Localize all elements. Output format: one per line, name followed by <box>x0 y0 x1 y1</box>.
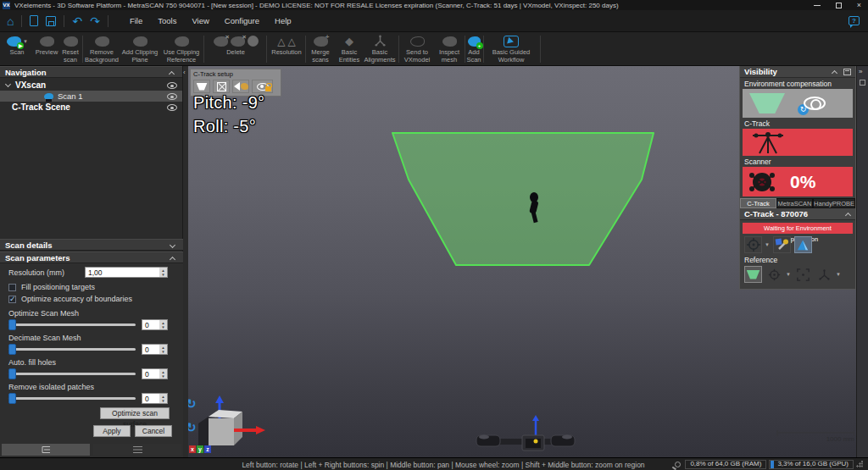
resolution-spinner[interactable]: ▲▼ <box>159 268 167 277</box>
expand-dock-icon[interactable]: » <box>859 68 862 75</box>
menu-tools[interactable]: Tools <box>152 14 182 28</box>
calibration-button[interactable] <box>773 236 791 253</box>
checkbox-checked-icon[interactable] <box>8 296 16 303</box>
menu-configure[interactable]: Configure <box>219 14 265 28</box>
close-icon[interactable]: × <box>857 3 861 8</box>
visibility-header[interactable]: Visibility <box>740 66 855 78</box>
optimize-scan-mesh-input[interactable]: 0▲▼ <box>142 319 168 330</box>
menu-view[interactable]: View <box>186 14 214 28</box>
collapse-scan-parameters-icon[interactable] <box>170 257 175 263</box>
show-volume-frame-button[interactable] <box>213 80 230 93</box>
resize-grip[interactable] <box>856 461 863 467</box>
maximize-icon[interactable] <box>836 3 842 8</box>
expand-scan-details-icon[interactable] <box>170 242 175 248</box>
remove-background-button[interactable]: Remove Background <box>85 34 119 64</box>
send-to-vxmodel-button[interactable]: Send to VXmodel <box>400 34 434 64</box>
optimize-scan-surface-button[interactable]: Optimize scan surface <box>100 407 170 419</box>
collapse-navigation-icon[interactable] <box>169 71 175 77</box>
increase-resolution-icon[interactable]: △ <box>277 36 285 47</box>
merge-scans-button[interactable]: + Merge scans <box>307 34 334 64</box>
feedback-bubble-icon[interactable]: ? <box>849 16 860 25</box>
basic-entities-button[interactable]: ◆ Basic Entities <box>336 34 363 64</box>
reference-frame-button[interactable] <box>794 266 812 283</box>
cancel-button[interactable]: Cancel <box>135 425 172 437</box>
add-clipping-plane-button[interactable]: Add Clipping Plane <box>120 34 159 64</box>
minimize-icon[interactable] <box>814 5 821 6</box>
undo-icon[interactable]: ↶ <box>72 15 82 27</box>
delete-sphere-icon[interactable] <box>248 36 259 47</box>
scan-details-header[interactable]: Scan details <box>0 239 183 251</box>
collapse-panel-chevron-icon[interactable]: ‹ <box>183 69 186 76</box>
scan-parameters-header[interactable]: Scan parameters <box>0 252 183 263</box>
ctrack-device-header[interactable]: C-Track - 870076 <box>740 208 855 220</box>
reference-axes-caret-icon[interactable]: ▼ <box>836 272 841 277</box>
auto-fill-holes-slider[interactable] <box>8 368 136 379</box>
optimize-scan-mesh-slider[interactable] <box>8 319 136 330</box>
float-panel-icon[interactable] <box>843 69 851 75</box>
environment-compensation-tile[interactable]: ↻ <box>743 89 853 118</box>
inspect-mesh-button[interactable]: Inspect mesh <box>436 34 463 64</box>
resolution-input[interactable]: 1,00 ▲▼ <box>85 267 168 278</box>
list-view-toggle[interactable] <box>93 444 181 456</box>
dock-window-icon[interactable] <box>860 80 865 86</box>
vxscan-visibility-eye-icon[interactable] <box>167 82 177 89</box>
tree-item-ctrack-scene[interactable]: C-Track Scene <box>0 102 182 113</box>
tab-metrascan[interactable]: MetraSCAN <box>776 198 813 208</box>
collapse-visibility-icon[interactable] <box>832 70 837 76</box>
environment-visibility-eye-icon[interactable] <box>804 97 826 110</box>
remove-isolated-patches-slider[interactable] <box>8 393 136 404</box>
detect-targets-caret-icon[interactable]: ▼ <box>765 242 770 247</box>
reference-origin-caret-icon[interactable]: ▼ <box>786 272 791 277</box>
scan1-visibility-eye-icon[interactable] <box>167 93 177 100</box>
tree-view-toggle[interactable] <box>2 444 90 456</box>
preview-button[interactable]: Preview <box>34 34 59 57</box>
optimize-boundaries-checkbox[interactable]: Optimize accuracy of boundaries <box>8 295 132 303</box>
tree-item-vxscan[interactable]: VXscan <box>0 80 182 91</box>
delete-targets-icon[interactable]: × <box>231 36 245 47</box>
tree-item-scan1[interactable]: Scan 1 <box>0 91 182 102</box>
menu-help[interactable]: Help <box>269 14 298 28</box>
decimate-scan-mesh-slider[interactable] <box>8 344 136 355</box>
apply-button[interactable]: Apply <box>93 425 131 437</box>
scan-dropdown-caret[interactable]: ▾ <box>24 38 27 45</box>
use-clipping-reference-button[interactable]: Use Clipping Reference <box>161 34 202 64</box>
reference-volume-button[interactable] <box>744 266 762 283</box>
basic-guided-workflow-button[interactable]: Basic Guided Workflow <box>485 34 537 64</box>
new-session-icon[interactable] <box>30 15 38 26</box>
auto-fill-holes-input[interactable]: 0▲▼ <box>142 368 168 379</box>
detect-targets-button[interactable] <box>744 236 762 253</box>
reset-scan-button[interactable]: Reset scan <box>59 34 81 64</box>
show-field-of-view-button[interactable] <box>232 80 249 93</box>
ctrack-status-tile[interactable] <box>743 129 853 156</box>
decrease-resolution-icon[interactable]: △ <box>288 36 296 47</box>
dock-strip: » <box>856 66 868 457</box>
delete-scan-icon[interactable]: × <box>214 36 228 47</box>
navigation-header[interactable]: Navigation <box>0 66 182 78</box>
scan-button[interactable]: ▶▾ Scan <box>2 34 32 57</box>
remove-isolated-patches-input[interactable]: 0▲▼ <box>142 393 168 404</box>
scanner-status-tile[interactable]: 0% <box>743 167 853 196</box>
environment-compensation-button[interactable] <box>794 236 812 253</box>
save-icon[interactable] <box>46 16 56 26</box>
decimate-scan-mesh-input[interactable]: 0▲▼ <box>142 344 168 355</box>
resolution-group[interactable]: △△ Resolution <box>269 34 304 57</box>
fill-positioning-targets-checkbox[interactable]: Fill positioning targets <box>8 283 95 291</box>
expand-caret-icon[interactable] <box>5 81 11 87</box>
lock-view-button[interactable] <box>252 80 273 93</box>
basic-alignments-button[interactable]: Basic Alignments <box>363 34 397 64</box>
tab-handyprobe[interactable]: HandyPROBE <box>813 198 855 208</box>
scan1-icon <box>44 93 53 100</box>
collapse-ctrack-device-icon[interactable] <box>845 213 851 218</box>
menu-file[interactable]: File <box>124 14 148 28</box>
delete-group[interactable]: × × Delete <box>206 34 265 57</box>
reference-origin-button[interactable] <box>765 266 783 283</box>
tab-ctrack[interactable]: C-Track <box>740 198 776 208</box>
home-icon[interactable]: ⌂ <box>7 15 14 27</box>
checkbox-unchecked-icon[interactable] <box>8 284 16 291</box>
add-scan-button[interactable]: + Add Scan <box>465 34 482 64</box>
redo-icon[interactable]: ↷ <box>90 15 100 27</box>
ctrack-scene-visibility-eye-icon[interactable] <box>167 104 177 111</box>
show-volume-button[interactable] <box>193 80 210 93</box>
ctrack-tripod-icon <box>749 130 787 154</box>
reference-axes-button[interactable] <box>815 266 833 283</box>
